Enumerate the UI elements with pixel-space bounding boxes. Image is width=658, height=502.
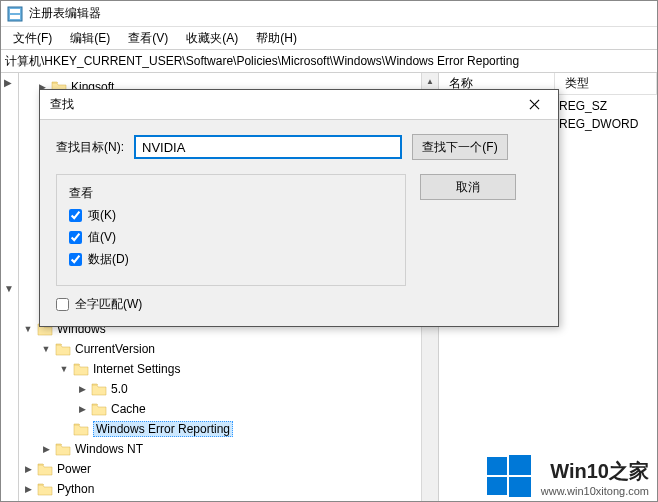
find-next-button[interactable]: 查找下一个(F) — [412, 134, 508, 160]
dialog-title: 查找 — [50, 96, 74, 113]
left-gutter: ▶ ▼ — [1, 73, 19, 501]
check-label: 全字匹配(W) — [75, 296, 142, 313]
menu-favorites[interactable]: 收藏夹(A) — [178, 28, 246, 49]
find-dialog: 查找 查找目标(N): 查找下一个(F) 查看 项(K) 值(V) — [39, 89, 559, 327]
dialog-close-button[interactable] — [516, 93, 552, 117]
cell-type: REG_DWORD — [555, 117, 638, 131]
check-label: 数据(D) — [88, 251, 129, 268]
expand-icon[interactable]: ▶ — [21, 484, 35, 494]
expand-icon[interactable]: ▼ — [39, 344, 53, 354]
menu-help[interactable]: 帮助(H) — [248, 28, 305, 49]
chevron-down-icon[interactable]: ▼ — [4, 283, 14, 294]
folder-icon — [37, 482, 53, 496]
col-type[interactable]: 类型 — [555, 73, 657, 94]
folder-icon — [91, 382, 107, 396]
expand-icon[interactable]: ▶ — [75, 404, 89, 414]
tree-node-cache[interactable]: ▶ Cache — [19, 399, 438, 419]
checkbox-keys[interactable] — [69, 209, 82, 222]
checkbox-whole[interactable] — [56, 298, 69, 311]
checkbox-data[interactable] — [69, 253, 82, 266]
menu-file[interactable]: 文件(F) — [5, 28, 60, 49]
scroll-up-icon[interactable]: ▲ — [422, 73, 438, 90]
address-path: 计算机\HKEY_CURRENT_USER\Software\Policies\… — [5, 53, 519, 70]
tree-node-wer[interactable]: Windows Error Reporting — [19, 419, 438, 439]
check-label: 项(K) — [88, 207, 116, 224]
folder-icon — [91, 402, 107, 416]
folder-icon — [55, 342, 71, 356]
address-bar[interactable]: 计算机\HKEY_CURRENT_USER\Software\Policies\… — [1, 49, 657, 73]
expand-icon[interactable]: ▶ — [39, 444, 53, 454]
dialog-titlebar[interactable]: 查找 — [40, 90, 558, 120]
regedit-icon — [7, 6, 23, 22]
chevron-right-icon[interactable]: ▶ — [4, 77, 12, 88]
check-data[interactable]: 数据(D) — [69, 251, 393, 268]
find-target-input[interactable] — [134, 135, 402, 159]
menu-edit[interactable]: 编辑(E) — [62, 28, 118, 49]
check-keys[interactable]: 项(K) — [69, 207, 393, 224]
folder-icon — [73, 422, 89, 436]
menu-view[interactable]: 查看(V) — [120, 28, 176, 49]
tree-label: Windows Error Reporting — [93, 421, 233, 437]
tree-label: Windows NT — [75, 442, 143, 456]
expand-icon[interactable]: ▶ — [21, 464, 35, 474]
expand-icon[interactable]: ▼ — [57, 364, 71, 374]
window-titlebar: 注册表编辑器 — [1, 1, 657, 27]
folder-icon — [37, 462, 53, 476]
checkbox-values[interactable] — [69, 231, 82, 244]
tree-node-windows-nt[interactable]: ▶ Windows NT — [19, 439, 438, 459]
find-target-label: 查找目标(N): — [56, 139, 124, 156]
tree-label: Cache — [111, 402, 146, 416]
tree-node-currentversion[interactable]: ▼ CurrentVersion — [19, 339, 438, 359]
check-label: 值(V) — [88, 229, 116, 246]
tree-node-power[interactable]: ▶ Power — [19, 459, 438, 479]
cell-type: REG_SZ — [555, 99, 607, 113]
cancel-button[interactable]: 取消 — [420, 174, 516, 200]
tree-node-internet-settings[interactable]: ▼ Internet Settings — [19, 359, 438, 379]
menu-bar: 文件(F) 编辑(E) 查看(V) 收藏夹(A) 帮助(H) — [1, 27, 657, 49]
check-whole-word[interactable]: 全字匹配(W) — [56, 296, 542, 313]
tree-label: 5.0 — [111, 382, 128, 396]
folder-icon — [73, 362, 89, 376]
check-values[interactable]: 值(V) — [69, 229, 393, 246]
close-icon — [529, 99, 540, 110]
tree-node-python[interactable]: ▶ Python — [19, 479, 438, 499]
expand-icon[interactable]: ▼ — [21, 324, 35, 334]
expand-icon[interactable]: ▶ — [75, 384, 89, 394]
tree-label: CurrentVersion — [75, 342, 155, 356]
tree-label: Python — [57, 482, 94, 496]
tree-label: Internet Settings — [93, 362, 180, 376]
window-title: 注册表编辑器 — [29, 5, 101, 22]
look-at-group: 查看 项(K) 值(V) 数据(D) — [56, 174, 406, 286]
folder-icon — [55, 442, 71, 456]
group-legend: 查看 — [69, 186, 93, 200]
tree-node-5-0[interactable]: ▶ 5.0 — [19, 379, 438, 399]
tree-label: Power — [57, 462, 91, 476]
